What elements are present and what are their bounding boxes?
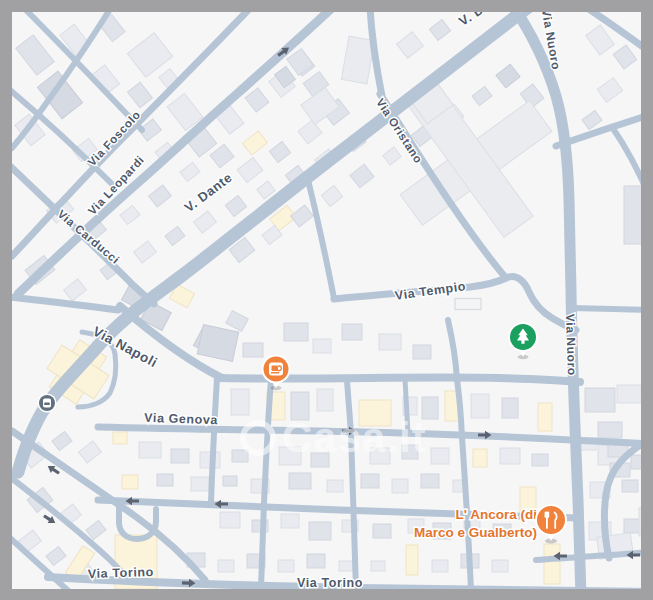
building [327, 480, 343, 492]
building [339, 561, 353, 571]
street-label: Via Nuoro [563, 314, 579, 376]
building [406, 545, 418, 575]
building [361, 474, 379, 488]
bus-icon [43, 399, 51, 408]
building [371, 561, 385, 571]
building [455, 299, 481, 310]
building [622, 480, 638, 492]
building [139, 442, 161, 458]
building [342, 324, 362, 340]
building [113, 432, 127, 444]
building [281, 514, 299, 528]
building [500, 448, 520, 464]
watermark-text: Casa.it [282, 414, 427, 461]
building [585, 388, 615, 412]
building [492, 560, 508, 572]
building [171, 449, 189, 463]
building [502, 398, 518, 418]
transit-stop-marker[interactable] [38, 394, 57, 413]
building [309, 522, 331, 540]
building [317, 389, 333, 411]
map-frame-bottom [0, 589, 653, 600]
building [473, 449, 487, 467]
building [471, 394, 489, 418]
building [431, 448, 449, 464]
building [617, 385, 643, 403]
street-label: Via Genova [144, 411, 219, 428]
restaurant-label-line1[interactable]: L' Ancora (di [456, 507, 537, 522]
building [313, 339, 331, 353]
map-frame-right [641, 0, 653, 600]
building [392, 479, 408, 493]
building [243, 343, 263, 357]
building [373, 524, 391, 538]
restaurant-label-line2[interactable]: Marco e Gualberto) [414, 525, 537, 540]
building [278, 560, 294, 572]
coffee-cup-icon [269, 363, 283, 376]
map-frame-top [0, 0, 653, 12]
building [284, 323, 308, 341]
street-label: Via Torino [88, 565, 154, 581]
building [413, 345, 431, 359]
map-canvas[interactable]: Via FoscoloVia LeopardiVia CarducciV. Da… [0, 0, 653, 600]
building [191, 477, 209, 491]
building [218, 560, 234, 572]
building [231, 389, 249, 415]
building [223, 476, 237, 486]
building [289, 473, 311, 489]
building [538, 403, 552, 431]
building [432, 560, 448, 572]
building [598, 422, 622, 438]
building [624, 519, 640, 533]
building [307, 554, 325, 568]
road [572, 308, 652, 310]
street-label: Via Torino [297, 576, 363, 590]
building [544, 544, 560, 584]
building [220, 512, 240, 528]
building [232, 450, 248, 462]
building [122, 475, 138, 489]
building [532, 454, 548, 466]
map-frame-left [0, 0, 12, 600]
building [379, 334, 401, 350]
building [421, 474, 439, 488]
building [157, 474, 173, 486]
